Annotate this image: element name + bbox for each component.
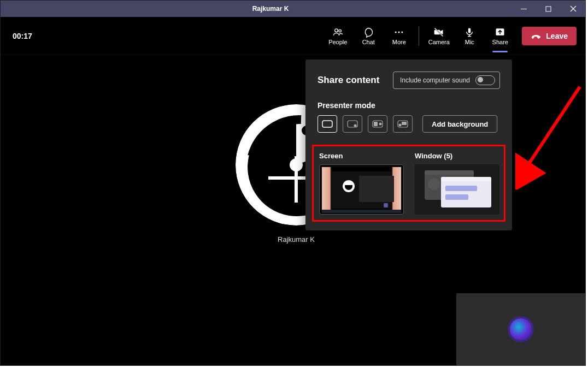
svg-rect-0 xyxy=(546,7,551,11)
svg-rect-19 xyxy=(402,122,407,125)
share-label: Share xyxy=(492,39,508,45)
window-thumbnail[interactable] xyxy=(415,164,499,215)
people-button[interactable]: People xyxy=(322,20,353,52)
presenter-mode-label: Presenter mode xyxy=(317,101,500,110)
toggle-switch-icon xyxy=(475,75,495,85)
call-timer: 00:17 xyxy=(13,32,32,40)
sidebyside-icon xyxy=(372,120,383,128)
camera-off-icon xyxy=(433,27,445,38)
svg-point-17 xyxy=(379,123,382,126)
chat-icon xyxy=(363,27,374,38)
call-content: Rajkumar K Share content Include compute… xyxy=(1,55,585,365)
presenter-mode-standout[interactable] xyxy=(343,115,362,133)
presenter-mode-reporter[interactable] xyxy=(393,115,413,133)
include-sound-label: Include computer sound xyxy=(400,76,470,84)
svg-rect-12 xyxy=(322,121,332,127)
close-button[interactable] xyxy=(561,1,585,17)
minimize-button[interactable] xyxy=(511,1,536,17)
leave-button[interactable]: Leave xyxy=(522,27,577,45)
mic-icon xyxy=(464,27,474,38)
more-icon xyxy=(393,27,404,38)
window-source: Window (5) xyxy=(415,152,499,215)
participant-name: Rajkumar K xyxy=(278,235,315,244)
maximize-button[interactable] xyxy=(536,1,561,17)
titlebar: Rajkumar K xyxy=(1,1,585,17)
share-button[interactable]: Share xyxy=(485,20,515,52)
svg-point-5 xyxy=(402,32,403,33)
window-label: Window (5) xyxy=(415,152,499,160)
more-label: More xyxy=(392,39,406,45)
svg-point-2 xyxy=(339,29,341,32)
call-toolbar: 00:17 People xyxy=(1,17,585,55)
svg-point-1 xyxy=(335,29,338,32)
window-controls xyxy=(511,1,585,17)
svg-rect-7 xyxy=(468,28,471,33)
chat-button[interactable]: Chat xyxy=(353,20,384,52)
svg-rect-16 xyxy=(374,122,378,126)
self-view[interactable] xyxy=(456,293,585,365)
share-title: Share content xyxy=(317,75,379,86)
toolbar-divider xyxy=(419,26,419,46)
presenter-mode-sidebyside[interactable] xyxy=(368,115,387,133)
camera-button[interactable]: Camera xyxy=(424,20,454,52)
close-icon xyxy=(570,5,577,12)
people-label: People xyxy=(328,39,347,45)
svg-point-20 xyxy=(399,124,402,127)
share-icon xyxy=(495,27,505,38)
include-sound-toggle[interactable]: Include computer sound xyxy=(393,72,500,89)
presenter-mode-content-only[interactable] xyxy=(317,115,337,133)
camera-label: Camera xyxy=(428,39,450,45)
presenter-mode-row: Add background xyxy=(317,115,500,133)
annotation-arrow-icon xyxy=(515,80,586,189)
window-title: Rajkumar K xyxy=(30,5,511,13)
screen-source: Screen xyxy=(319,152,404,215)
chat-label: Chat xyxy=(362,39,375,45)
teams-call-window: Rajkumar K 00:17 xyxy=(0,0,586,366)
mic-button[interactable]: Mic xyxy=(454,20,485,52)
screen-thumbnail[interactable] xyxy=(319,164,404,215)
svg-point-4 xyxy=(398,32,400,33)
screen-label: Screen xyxy=(319,152,404,160)
toolbar-actions: People Chat More xyxy=(322,20,577,52)
people-icon xyxy=(332,27,344,38)
self-avatar-icon xyxy=(510,318,532,340)
svg-point-14 xyxy=(354,124,357,127)
leave-label: Leave xyxy=(546,32,568,40)
standout-icon xyxy=(347,120,358,128)
hangup-icon xyxy=(531,32,542,40)
add-background-button[interactable]: Add background xyxy=(422,115,497,133)
more-button[interactable]: More xyxy=(384,20,414,52)
share-content-panel: Share content Include computer sound Pre… xyxy=(305,60,512,230)
svg-line-21 xyxy=(526,87,580,168)
minimize-icon xyxy=(521,6,527,12)
svg-point-3 xyxy=(395,32,397,33)
mic-label: Mic xyxy=(465,39,474,45)
content-only-icon xyxy=(322,120,333,128)
share-sources-row: Screen Window (5) xyxy=(312,145,505,222)
reporter-icon xyxy=(397,120,408,128)
maximize-icon xyxy=(545,6,551,12)
